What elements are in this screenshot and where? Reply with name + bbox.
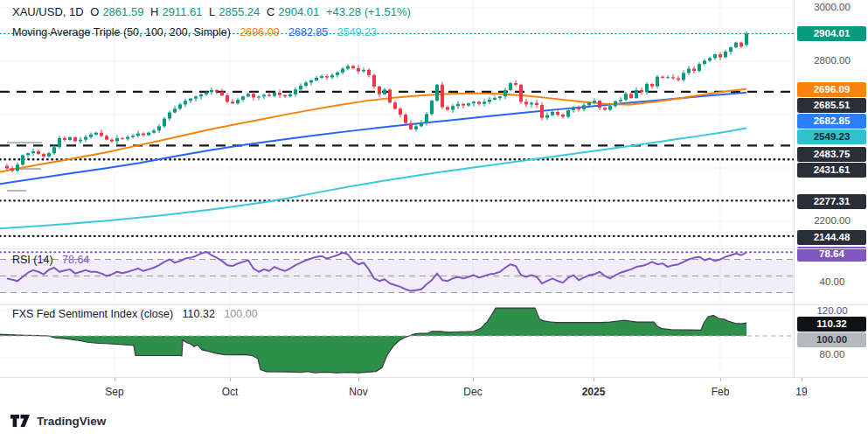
candle-body[interactable] [37, 151, 40, 154]
candle-body[interactable] [110, 140, 114, 142]
candle-body[interactable] [734, 43, 738, 47]
candle-body[interactable] [210, 90, 213, 92]
candle-body[interactable] [488, 100, 491, 101]
candle-body[interactable] [163, 119, 166, 127]
candle-body[interactable] [483, 101, 486, 103]
candle-body[interactable] [105, 136, 108, 139]
candle-body[interactable] [73, 137, 77, 142]
candle-body[interactable] [126, 137, 129, 139]
candle-body[interactable] [451, 106, 455, 109]
candle-body[interactable] [619, 100, 622, 101]
tradingview-logo[interactable]: TradingView [10, 415, 106, 428]
candle-body[interactable] [566, 110, 570, 116]
candle-body[interactable] [650, 84, 654, 87]
candle-body[interactable] [357, 68, 360, 72]
candle-body[interactable] [519, 85, 523, 102]
candle-body[interactable] [420, 122, 423, 126]
candle-body[interactable] [362, 70, 365, 72]
candle-body[interactable] [524, 101, 528, 104]
candle-body[interactable] [399, 108, 402, 115]
candle-body[interactable] [671, 77, 675, 78]
candle-body[interactable] [63, 138, 66, 140]
candle-body[interactable] [404, 115, 407, 123]
candle-body[interactable] [5, 166, 9, 169]
candle-body[interactable] [603, 108, 607, 109]
candle-body[interactable] [441, 85, 444, 108]
candle-body[interactable] [729, 47, 733, 52]
candle-body[interactable] [58, 138, 61, 147]
candle-body[interactable] [703, 60, 706, 64]
candle-body[interactable] [184, 101, 187, 104]
candle-body[interactable] [257, 96, 260, 97]
candle-body[interactable] [698, 64, 701, 71]
candle-body[interactable] [719, 54, 722, 57]
candle-body[interactable] [267, 94, 271, 95]
candle-body[interactable] [205, 92, 208, 94]
candle-body[interactable] [288, 94, 292, 96]
candle-body[interactable] [330, 75, 334, 78]
candle-body[interactable] [446, 107, 449, 109]
candle-body[interactable] [16, 164, 19, 171]
candle-body[interactable] [598, 101, 601, 108]
candle-body[interactable] [708, 58, 712, 60]
candle-body[interactable] [713, 54, 717, 58]
candle-body[interactable] [572, 107, 575, 110]
candle-body[interactable] [215, 90, 219, 92]
candle-body[interactable] [320, 76, 323, 78]
candle-body[interactable] [178, 104, 182, 108]
candle-body[interactable] [624, 94, 628, 100]
candle-body[interactable] [409, 123, 413, 129]
candle-body[interactable] [199, 94, 203, 96]
candle-body[interactable] [677, 79, 680, 80]
candle-body[interactable] [593, 101, 596, 102]
candle-body[interactable] [21, 155, 24, 164]
candle-body[interactable] [456, 104, 460, 106]
chart-plot-area[interactable] [0, 0, 794, 377]
candle-body[interactable] [247, 94, 250, 96]
candle-body[interactable] [315, 78, 318, 80]
candle-body[interactable] [724, 52, 727, 57]
candle-body[interactable] [147, 133, 150, 136]
candle-body[interactable] [462, 104, 465, 106]
symbol-title[interactable]: XAU/USD, 1D [12, 5, 84, 18]
candle-body[interactable] [556, 112, 559, 115]
candle-body[interactable] [587, 102, 591, 105]
candle-body[interactable] [136, 134, 140, 136]
candle-body[interactable] [614, 101, 617, 106]
candle-body[interactable] [608, 106, 612, 109]
candle-body[interactable] [535, 103, 538, 105]
candle-body[interactable] [79, 140, 82, 142]
candle-body[interactable] [121, 138, 124, 139]
price-axis[interactable]: 3000.002800.002200.0040.00120.0080.00290… [794, 0, 868, 377]
candle-body[interactable] [42, 154, 45, 157]
candle-body[interactable] [299, 86, 302, 89]
candle-body[interactable] [194, 96, 198, 98]
candle-body[interactable] [142, 134, 145, 136]
candle-body[interactable] [530, 103, 533, 105]
candle-body[interactable] [173, 108, 177, 112]
candle-body[interactable] [687, 69, 691, 73]
candle-body[interactable] [645, 84, 649, 92]
candle-body[interactable] [493, 98, 496, 100]
candle-body[interactable] [629, 94, 633, 98]
candle-body[interactable] [241, 96, 245, 100]
time-axis[interactable]: SepOctNovDec2025Feb19 [0, 377, 868, 405]
candle-body[interactable] [309, 80, 313, 82]
candle-body[interactable] [168, 113, 171, 119]
candle-body[interactable] [383, 89, 386, 94]
candle-body[interactable] [661, 77, 664, 78]
candle-body[interactable] [367, 70, 371, 75]
candle-body[interactable] [682, 73, 685, 80]
candle-body[interactable] [503, 90, 507, 96]
candle-body[interactable] [68, 137, 72, 140]
candle-body[interactable] [231, 101, 234, 103]
candle-body[interactable] [157, 126, 161, 130]
candle-body[interactable] [115, 138, 119, 142]
ma-indicator-label[interactable]: Moving Average Triple (50, 100, 200, Sim… [12, 26, 231, 38]
candle-body[interactable] [561, 115, 565, 116]
candle-body[interactable] [283, 95, 287, 97]
candle-body[interactable] [640, 90, 643, 92]
candle-body[interactable] [10, 169, 14, 171]
candle-body[interactable] [378, 87, 381, 94]
candle-body[interactable] [325, 76, 329, 78]
